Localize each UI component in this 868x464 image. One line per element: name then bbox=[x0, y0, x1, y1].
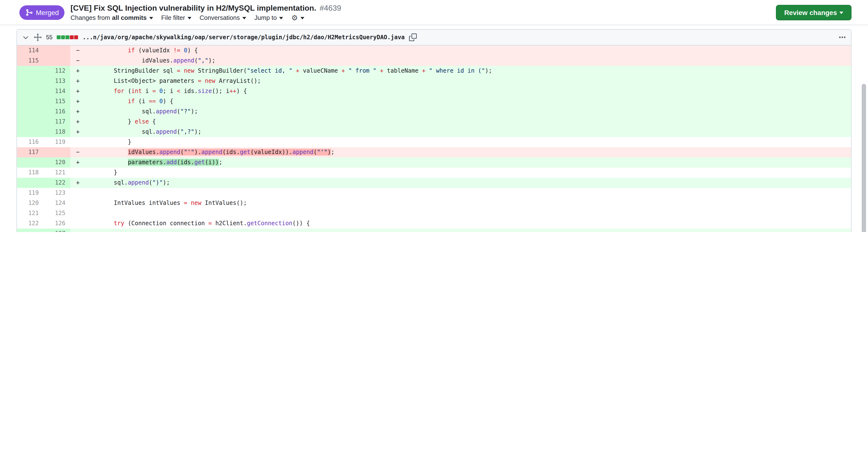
old-line-number[interactable] bbox=[17, 178, 43, 188]
file-header: 55 ...n/java/org/apache/skywalking/oap/s… bbox=[17, 30, 851, 45]
old-line-number[interactable]: 122 bbox=[17, 219, 43, 229]
old-line-number[interactable]: 115 bbox=[17, 56, 43, 66]
pr-state-badge: Merged bbox=[20, 5, 65, 20]
new-line-number[interactable]: 123 bbox=[43, 188, 70, 198]
old-line-number[interactable]: 120 bbox=[17, 198, 43, 208]
code-line: − if (valueIdx != 0) { bbox=[70, 45, 851, 56]
old-line-number[interactable] bbox=[17, 127, 43, 137]
copy-icon bbox=[409, 33, 417, 41]
old-line-number[interactable]: 116 bbox=[17, 137, 43, 147]
old-line-number[interactable]: 117 bbox=[17, 147, 43, 157]
diff-rows: 114− if (valueIdx != 0) {115− idValues.a… bbox=[17, 45, 851, 232]
kebab-horizontal-icon bbox=[838, 33, 846, 41]
diff-row: 112+ StringBuilder sql = new StringBuild… bbox=[17, 66, 851, 76]
diff-row: 116119 } bbox=[17, 137, 851, 147]
new-line-number[interactable] bbox=[43, 147, 70, 157]
code-line: + sql.append(",?"); bbox=[70, 127, 851, 137]
pr-header: Merged [CVE] Fix SQL Injection vulnerabi… bbox=[0, 0, 868, 25]
new-line-number[interactable] bbox=[43, 45, 70, 56]
move-icon bbox=[34, 33, 42, 41]
diff-row: 120124 IntValues intValues = new IntValu… bbox=[17, 198, 851, 208]
old-line-number[interactable] bbox=[17, 106, 43, 117]
diff-row: 115− idValues.append(","); bbox=[17, 56, 851, 66]
pr-number: #4639 bbox=[320, 4, 341, 12]
jump-to-dropdown[interactable]: Jump to bbox=[254, 14, 283, 21]
copy-path-button[interactable] bbox=[409, 33, 417, 41]
new-line-number[interactable]: 117 bbox=[43, 117, 70, 127]
page: Merged [CVE] Fix SQL Injection vulnerabi… bbox=[0, 0, 868, 232]
new-line-number[interactable]: 127 bbox=[43, 229, 70, 232]
new-line-number[interactable]: 120 bbox=[43, 157, 70, 168]
new-line-number[interactable]: 118 bbox=[43, 127, 70, 137]
chevron-down-icon bbox=[279, 17, 283, 19]
old-line-number[interactable] bbox=[17, 229, 43, 232]
new-line-number[interactable]: 125 bbox=[43, 208, 70, 219]
diff-toolbar: Changes fromall commits File filter Conv… bbox=[70, 14, 776, 21]
old-line-number[interactable] bbox=[17, 86, 43, 96]
changes-from-dropdown[interactable]: Changes fromall commits bbox=[70, 14, 153, 21]
new-line-number[interactable] bbox=[43, 56, 70, 66]
old-line-number[interactable]: 119 bbox=[17, 188, 43, 198]
new-line-number[interactable]: 122 bbox=[43, 178, 70, 188]
old-line-number[interactable] bbox=[17, 117, 43, 127]
code-line: try (Connection connection = h2Client.ge… bbox=[70, 219, 851, 229]
pr-title: [CVE] Fix SQL Injection vulnerability in… bbox=[70, 4, 316, 12]
collapse-file-button[interactable] bbox=[22, 33, 30, 41]
chevron-down-icon bbox=[242, 17, 246, 19]
diff-row: 117+ } else { bbox=[17, 117, 851, 127]
file-filter-dropdown[interactable]: File filter bbox=[161, 14, 191, 21]
new-line-number[interactable]: 124 bbox=[43, 198, 70, 208]
diff-row: 113+ List<Object> parameters = new Array… bbox=[17, 76, 851, 86]
diffstat-block-del bbox=[74, 35, 78, 39]
diff-row: 121125 bbox=[17, 208, 851, 219]
gear-icon: ⚙ bbox=[291, 14, 298, 21]
chevron-down-icon bbox=[22, 33, 30, 41]
scrollbar-thumb[interactable] bbox=[862, 84, 866, 232]
file-path-link[interactable]: ...n/java/org/apache/skywalking/oap/serv… bbox=[83, 34, 405, 41]
chevron-down-icon bbox=[149, 17, 153, 19]
diffstat-blocks bbox=[57, 35, 78, 39]
file-diff-container: 55 ...n/java/org/apache/skywalking/oap/s… bbox=[17, 29, 851, 232]
code-line bbox=[70, 188, 851, 198]
diff-row: 122126 try (Connection connection = h2Cl… bbox=[17, 219, 851, 229]
code-line bbox=[70, 208, 851, 219]
old-line-number[interactable] bbox=[17, 157, 43, 168]
new-line-number[interactable]: 112 bbox=[43, 66, 70, 76]
old-line-number[interactable] bbox=[17, 66, 43, 76]
new-line-number[interactable]: 116 bbox=[43, 106, 70, 117]
diff-row: 127+ bbox=[17, 229, 851, 232]
new-line-number[interactable]: 121 bbox=[43, 168, 70, 178]
diff-row: 118+ sql.append(",?"); bbox=[17, 127, 851, 137]
old-line-number[interactable] bbox=[17, 76, 43, 86]
new-line-number[interactable]: 119 bbox=[43, 137, 70, 147]
new-line-number[interactable]: 115 bbox=[43, 96, 70, 106]
review-changes-button[interactable]: Review changes bbox=[776, 5, 851, 20]
changes-from-prefix: Changes from bbox=[70, 14, 110, 21]
diff-row: 114+ for (int i = 0; i < ids.size(); i++… bbox=[17, 86, 851, 96]
chevron-down-icon bbox=[188, 17, 191, 19]
old-line-number[interactable]: 114 bbox=[17, 45, 43, 56]
new-line-number[interactable]: 114 bbox=[43, 86, 70, 96]
file-options-button[interactable] bbox=[838, 33, 846, 41]
diff-settings-dropdown[interactable]: ⚙ bbox=[291, 14, 304, 21]
code-line: + bbox=[70, 229, 851, 232]
code-line: − idValues.append(","); bbox=[70, 56, 851, 66]
diff-row: 120+ parameters.add(ids.get(i)); bbox=[17, 157, 851, 168]
code-line: + StringBuilder sql = new StringBuilder(… bbox=[70, 66, 851, 76]
code-line: + for (int i = 0; i < ids.size(); i++) { bbox=[70, 86, 851, 96]
code-line: IntValues intValues = new IntValues(); bbox=[70, 198, 851, 208]
diffstat-block-del bbox=[70, 35, 74, 39]
code-line: + List<Object> parameters = new ArrayLis… bbox=[70, 76, 851, 86]
new-line-number[interactable]: 113 bbox=[43, 76, 70, 86]
code-line: + if (i == 0) { bbox=[70, 96, 851, 106]
diff-row: 114− if (valueIdx != 0) { bbox=[17, 45, 851, 56]
new-line-number[interactable]: 126 bbox=[43, 219, 70, 229]
pr-title-block: [CVE] Fix SQL Injection vulnerability in… bbox=[70, 4, 776, 21]
conversations-dropdown[interactable]: Conversations bbox=[200, 14, 246, 21]
old-line-number[interactable]: 121 bbox=[17, 208, 43, 219]
old-line-number[interactable] bbox=[17, 96, 43, 106]
diffstat-block-add bbox=[61, 35, 65, 39]
file-drag-handle[interactable] bbox=[34, 33, 42, 41]
old-line-number[interactable]: 118 bbox=[17, 168, 43, 178]
code-line: − idValues.append("'").append(ids.get(va… bbox=[70, 147, 851, 157]
